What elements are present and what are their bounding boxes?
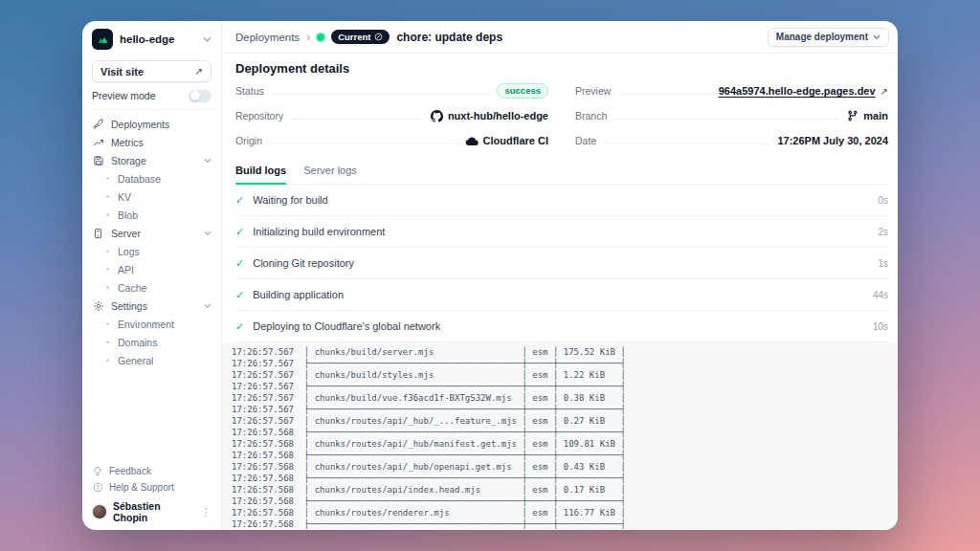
sidebar-item-blob[interactable]: Blob bbox=[92, 206, 212, 224]
cloud-icon bbox=[465, 136, 479, 146]
feedback-button[interactable]: Feedback bbox=[92, 463, 212, 479]
toggle-knob bbox=[190, 91, 200, 100]
chart-icon bbox=[92, 137, 104, 148]
dotted-leader bbox=[291, 119, 423, 120]
visit-site-label: Visit site bbox=[100, 66, 144, 77]
field-status: Status success bbox=[235, 78, 548, 103]
build-step-label: Waiting for build bbox=[253, 194, 327, 206]
repository-link[interactable]: nuxt-hub/hello-edge bbox=[448, 110, 548, 121]
build-log-terminal[interactable]: 17:26:57.567 │ chunks/build/server.mjs │… bbox=[222, 342, 898, 530]
sidebar-item-database[interactable]: Database bbox=[92, 169, 212, 187]
tab-build-logs[interactable]: Build logs bbox=[235, 161, 286, 185]
section-heading: Deployment details bbox=[235, 61, 888, 78]
sidebar-item-general[interactable]: General bbox=[92, 351, 212, 369]
question-circle-icon bbox=[92, 482, 103, 493]
sidebar-item-label: API bbox=[118, 264, 134, 276]
visit-site-button[interactable]: Visit site ↗ bbox=[92, 60, 212, 82]
origin-value: Cloudflare CI bbox=[483, 135, 548, 146]
sidebar-item-kv[interactable]: KV bbox=[92, 187, 212, 206]
manage-deployment-button[interactable]: Manage deployment bbox=[768, 28, 889, 47]
details-col-left: Status success Repository nuxt-hub/hello… bbox=[235, 78, 548, 153]
nuxthub-logo-icon bbox=[92, 29, 113, 50]
field-repository: Repository nuxt-hub/hello-edge bbox=[235, 103, 548, 128]
sidebar-item-logs[interactable]: Logs bbox=[92, 242, 212, 260]
build-step-duration: 1s bbox=[878, 258, 888, 269]
sidebar-item-label: Logs bbox=[118, 246, 140, 257]
check-icon: ✓ bbox=[235, 289, 244, 301]
git-branch-icon bbox=[847, 110, 858, 121]
user-menu[interactable]: Sébastien Chopin ⋮ bbox=[92, 501, 212, 522]
bullet-icon bbox=[106, 213, 109, 216]
sidebar-item-label: Server bbox=[111, 228, 197, 239]
preview-url-link[interactable]: 964a5974.hello-edge.pages.dev bbox=[719, 85, 876, 97]
sidebar-item-label: Storage bbox=[111, 155, 197, 166]
dotted-leader bbox=[270, 143, 457, 144]
breadcrumb-separator-icon: › bbox=[306, 31, 310, 44]
sidebar-item-label: Deployments bbox=[111, 119, 212, 130]
preview-mode-label: Preview mode bbox=[92, 90, 156, 101]
sidebar-item-label: Settings bbox=[111, 300, 197, 312]
sidebar-item-metrics[interactable]: Metrics bbox=[92, 133, 212, 151]
dotted-leader bbox=[614, 119, 839, 120]
slash-circle-icon bbox=[374, 33, 383, 41]
field-label: Origin bbox=[235, 135, 262, 146]
external-link-icon: ↗ bbox=[880, 86, 888, 97]
build-step-duration: 44s bbox=[873, 290, 888, 300]
sidebar-item-domains[interactable]: Domains bbox=[92, 333, 212, 351]
dotted-leader bbox=[618, 94, 710, 95]
sidebar-item-cache[interactable]: Cache bbox=[92, 278, 212, 297]
sidebar-item-environment[interactable]: Environment bbox=[92, 315, 212, 333]
preview-mode-toggle[interactable] bbox=[189, 90, 212, 102]
check-icon: ✓ bbox=[235, 257, 244, 270]
build-log-output: 17:26:57.567 │ chunks/build/server.mjs │… bbox=[222, 342, 898, 530]
field-branch: Branch main bbox=[575, 103, 888, 128]
project-name: hello-edge bbox=[120, 33, 196, 45]
details-col-right: Preview 964a5974.hello-edge.pages.dev ↗ … bbox=[575, 78, 888, 153]
build-step[interactable]: ✓ Building application 44s bbox=[235, 279, 888, 311]
help-support-button[interactable]: Help & Support bbox=[92, 479, 212, 496]
build-step-label: Cloning Git repository bbox=[253, 257, 354, 269]
sidebar-item-storage[interactable]: Storage bbox=[92, 151, 212, 169]
bullet-icon bbox=[106, 250, 109, 253]
breadcrumb[interactable]: Deployments bbox=[235, 32, 300, 43]
field-label: Date bbox=[575, 135, 596, 146]
sidebar-item-deployments[interactable]: Deployments bbox=[92, 115, 212, 133]
build-step-duration: 0s bbox=[878, 195, 888, 206]
status-badge: success bbox=[497, 83, 548, 99]
kebab-menu-icon[interactable]: ⋮ bbox=[201, 506, 212, 518]
build-step[interactable]: ✓ Initializing build environment 2s bbox=[235, 216, 888, 248]
project-switcher[interactable]: hello-edge bbox=[92, 27, 212, 52]
build-step[interactable]: ✓ Cloning Git repository 1s bbox=[235, 248, 888, 279]
app-window: hello-edge Visit site ↗ Preview mode Dep… bbox=[82, 21, 898, 530]
sidebar: hello-edge Visit site ↗ Preview mode Dep… bbox=[82, 21, 222, 530]
deployment-details-section: Deployment details Status success Reposi… bbox=[222, 54, 898, 342]
sidebar-item-label: Blob bbox=[118, 209, 138, 221]
sidebar-item-label: Environment bbox=[118, 319, 174, 330]
sidebar-item-api[interactable]: API bbox=[92, 260, 212, 278]
build-step-duration: 2s bbox=[878, 227, 888, 237]
dotted-leader bbox=[272, 94, 490, 95]
current-badge: Current bbox=[331, 30, 390, 44]
github-icon bbox=[431, 110, 443, 122]
field-label: Repository bbox=[235, 110, 283, 121]
build-step[interactable]: ✓ Deploying to Cloudflare's global netwo… bbox=[235, 311, 888, 342]
deployment-header: Deployments › Current chore: update deps… bbox=[222, 21, 898, 54]
tab-server-logs[interactable]: Server logs bbox=[303, 161, 357, 184]
chevron-down-icon bbox=[873, 33, 880, 41]
rocket-icon bbox=[92, 119, 104, 130]
check-icon: ✓ bbox=[235, 320, 244, 333]
field-label: Status bbox=[235, 85, 264, 97]
field-label: Branch bbox=[575, 110, 607, 121]
chevron-down-icon bbox=[204, 157, 212, 165]
date-value: 17:26PM July 30, 2024 bbox=[777, 135, 888, 146]
build-step[interactable]: ✓ Waiting for build 0s bbox=[235, 185, 888, 216]
sidebar-item-server[interactable]: Server bbox=[92, 224, 212, 242]
sidebar-divider bbox=[90, 109, 213, 110]
bullet-icon bbox=[106, 341, 109, 343]
help-support-label: Help & Support bbox=[109, 482, 174, 493]
build-step-duration: 10s bbox=[873, 321, 888, 332]
sidebar-item-settings[interactable]: Settings bbox=[92, 297, 212, 315]
field-preview: Preview 964a5974.hello-edge.pages.dev ↗ bbox=[575, 78, 888, 103]
bullet-icon bbox=[106, 286, 109, 289]
bullet-icon bbox=[106, 177, 109, 180]
